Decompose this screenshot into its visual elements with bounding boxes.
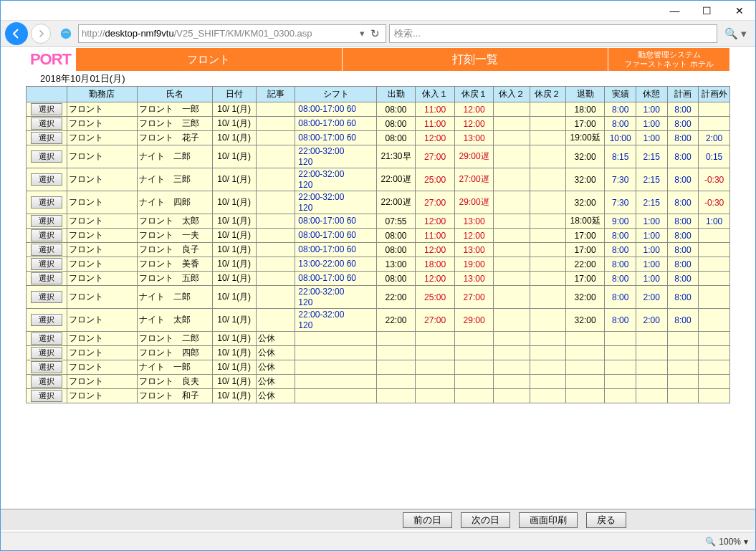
cell (494, 145, 530, 168)
select-button[interactable]: 選択 (31, 150, 62, 163)
window-titlebar: — ☐ ✕ (1, 1, 755, 21)
cell: 19:00 (454, 257, 494, 272)
print-button[interactable]: 画面印刷 (519, 512, 578, 528)
cell (605, 346, 636, 360)
cell (256, 168, 295, 191)
cell: 10/ 1(月) (212, 286, 256, 309)
cell: 10/ 1(月) (212, 191, 256, 214)
select-button[interactable]: 選択 (31, 258, 62, 270)
cell: フロント (67, 229, 137, 243)
cell (530, 191, 565, 214)
refresh-icon[interactable]: ↻ (368, 27, 383, 40)
nav-back-button[interactable] (5, 22, 28, 45)
cell: 8:00 (605, 309, 636, 332)
cell: フロント 美香 (137, 257, 212, 272)
cell: 13:00 (376, 257, 416, 272)
cell (416, 332, 455, 346)
select-button[interactable]: 選択 (31, 173, 62, 186)
search-icon[interactable]: 🔍 ▾ (720, 27, 751, 40)
select-button[interactable]: 選択 (31, 291, 62, 303)
cell (699, 332, 730, 346)
select-button[interactable]: 選択 (31, 314, 62, 326)
cell (530, 214, 565, 229)
window-maximize-button[interactable]: ☐ (691, 1, 723, 20)
select-button[interactable]: 選択 (31, 347, 62, 359)
cell: 11:00 (416, 102, 455, 117)
cell: 32:00 (565, 309, 605, 332)
cell: 10/ 1(月) (212, 145, 256, 168)
cell: 29:00遅 (454, 191, 494, 214)
back-button[interactable]: 戻る (586, 512, 626, 528)
table-row: 選択フロントナイト 一郎10/ 1(月)公休 (27, 360, 730, 375)
cell (494, 102, 530, 117)
cell: フロント 五郎 (137, 272, 212, 286)
select-button[interactable]: 選択 (31, 244, 62, 256)
select-button[interactable]: 選択 (31, 196, 62, 209)
window-close-button[interactable]: ✕ (723, 1, 755, 20)
cell (530, 168, 565, 191)
select-button[interactable]: 選択 (31, 332, 62, 345)
cell: 8:00 (667, 191, 699, 214)
cell: 12:00 (416, 214, 455, 229)
status-bar: 🔍 100% ▾ (1, 532, 755, 550)
cell: 08:00 (376, 229, 416, 243)
cell: 8:00 (605, 229, 636, 243)
cell (494, 243, 530, 257)
url-host: desktop-nmf9vtu (105, 28, 174, 39)
select-button[interactable]: 選択 (31, 390, 62, 402)
zoom-dropdown-icon[interactable]: ▾ (744, 537, 748, 547)
cell: 08:00 (376, 243, 416, 257)
table-row: 選択フロントフロント 良夫10/ 1(月)公休 (27, 375, 730, 389)
shift-cell: 22:00-32:00120 (295, 191, 376, 214)
cell: フロント (67, 168, 137, 191)
cell (530, 309, 565, 332)
table-row: 選択フロントナイト 四郎10/ 1(月)22:00-32:0012022:00遅… (27, 191, 730, 214)
cell: 8:15 (605, 145, 636, 168)
cell: フロント (67, 332, 137, 346)
select-button[interactable]: 選択 (31, 361, 62, 373)
select-button[interactable]: 選択 (31, 132, 62, 144)
cell: -0:30 (699, 168, 730, 191)
column-header: 休入２ (494, 87, 530, 102)
cell: 8:00 (605, 286, 636, 309)
table-row: 選択フロントフロント 四郎10/ 1(月)公休 (27, 346, 730, 360)
select-button[interactable]: 選択 (31, 229, 62, 241)
cell (530, 102, 565, 117)
cell (494, 332, 530, 346)
window-minimize-button[interactable]: — (659, 1, 691, 20)
select-button[interactable]: 選択 (31, 375, 62, 388)
cell (454, 360, 494, 375)
cell: 公休 (256, 389, 295, 403)
cell (605, 375, 636, 389)
cell: 22:00 (376, 286, 416, 309)
cell: 1:00 (636, 131, 667, 145)
cell (256, 309, 295, 332)
cell (256, 131, 295, 145)
cell (530, 375, 565, 389)
select-button[interactable]: 選択 (31, 118, 62, 130)
search-input[interactable]: 検索... (389, 24, 717, 43)
nav-forward-button[interactable] (31, 24, 51, 44)
url-dropdown-icon[interactable]: ▾ (357, 28, 368, 39)
shift-cell: 08:00-17:00 60 (295, 272, 376, 286)
next-day-button[interactable]: 次の日 (461, 512, 510, 528)
cell (699, 257, 730, 272)
cell (494, 375, 530, 389)
url-input[interactable]: http://desktop-nmf9vtu/V25_SHIFT/KM/KM01… (78, 24, 386, 43)
cell (494, 229, 530, 243)
cell: 10/ 1(月) (212, 375, 256, 389)
cell: 27:00 (416, 145, 455, 168)
prev-day-button[interactable]: 前の日 (403, 512, 452, 528)
cell: 19:00延 (565, 131, 605, 145)
cell: 17:00 (565, 229, 605, 243)
cell (699, 229, 730, 243)
cell (530, 229, 565, 243)
cell (256, 102, 295, 117)
cell: 1:00 (636, 229, 667, 243)
zoom-icon[interactable]: 🔍 (705, 537, 716, 547)
select-button[interactable]: 選択 (31, 272, 62, 284)
cell: 公休 (256, 346, 295, 360)
select-button[interactable]: 選択 (31, 215, 62, 227)
shift-cell: 13:00-22:00 60 (295, 257, 376, 272)
select-button[interactable]: 選択 (31, 103, 62, 115)
